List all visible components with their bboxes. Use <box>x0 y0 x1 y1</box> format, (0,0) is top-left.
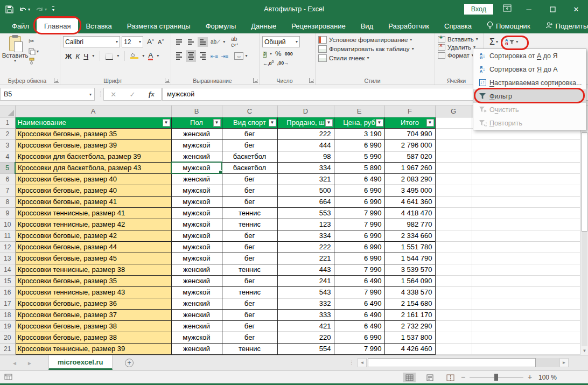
cell[interactable]: 241 <box>277 275 334 286</box>
empty-cell[interactable] <box>435 230 472 241</box>
cell[interactable]: бег <box>222 173 277 185</box>
empty-cell[interactable] <box>435 343 472 354</box>
cell[interactable]: бег <box>222 320 277 332</box>
autofilter-dropdown-icon[interactable]: ▼ <box>376 119 383 127</box>
cell[interactable]: 333 <box>277 309 334 320</box>
underline-button[interactable]: Ч <box>83 52 88 60</box>
menu-item-sort-az[interactable]: АЯ↓Сортировка от А до Я <box>473 49 586 62</box>
tab-review[interactable]: Рецензирование <box>284 18 353 33</box>
cell[interactable]: женский <box>171 309 222 320</box>
column-header-b[interactable]: B <box>171 106 222 117</box>
row-header-18[interactable]: 18 <box>0 309 15 320</box>
column-header-e[interactable]: E <box>334 106 384 117</box>
tab-view[interactable]: Вид <box>353 18 381 33</box>
cell[interactable]: бег <box>222 230 277 241</box>
cell[interactable]: 6 990 <box>334 332 384 343</box>
empty-cell[interactable] <box>472 286 580 298</box>
orientation-icon[interactable]: ab⟋ <box>211 39 220 45</box>
row-header-9[interactable]: 9 <box>0 207 15 219</box>
empty-cell[interactable] <box>435 173 472 185</box>
cell[interactable]: бег <box>222 241 277 253</box>
empty-cell[interactable] <box>435 264 472 275</box>
cell[interactable]: Кроссовки теннисные, размер 41 <box>15 207 171 219</box>
cell[interactable]: женский <box>171 343 222 354</box>
row-header-21[interactable]: 21 <box>0 343 15 354</box>
cell[interactable]: мужской <box>171 196 222 207</box>
empty-cell[interactable] <box>472 151 580 162</box>
undo-button[interactable]: ▾ <box>19 6 30 13</box>
page-break-view-icon[interactable] <box>444 373 457 382</box>
empty-cell[interactable] <box>472 253 580 264</box>
selected-cell[interactable]: мужской <box>171 162 222 173</box>
cell[interactable]: 6 990 <box>334 185 384 196</box>
cell[interactable]: 443 <box>277 264 334 275</box>
copy-button[interactable]: ▾ <box>29 48 45 55</box>
empty-cell[interactable] <box>435 128 472 139</box>
cell[interactable]: мужской <box>171 139 222 151</box>
shrink-font-icon[interactable]: A˅ <box>158 38 164 45</box>
cell[interactable]: 421 <box>277 320 334 332</box>
sign-in-button[interactable]: Вход <box>464 4 493 15</box>
increase-decimal-icon[interactable]: ←,00 <box>263 59 274 66</box>
cell[interactable]: 3 190 <box>334 128 384 139</box>
menu-item-sort-za[interactable]: ЯА↓Сортировка от Я до А <box>473 62 586 76</box>
row-header-5[interactable]: 5 <box>0 162 15 173</box>
empty-cell[interactable] <box>472 230 580 241</box>
align-center-icon[interactable] <box>186 50 196 62</box>
page-layout-view-icon[interactable] <box>423 373 436 382</box>
normal-view-icon[interactable] <box>403 373 416 382</box>
empty-cell[interactable] <box>472 139 580 151</box>
empty-cell[interactable] <box>472 298 580 309</box>
cell[interactable]: 704 990 <box>384 128 435 139</box>
tab-developer[interactable]: Разработчик <box>381 18 437 33</box>
tab-formulas[interactable]: Формулы <box>198 18 244 33</box>
cell[interactable]: Кроссовки теннисные, размер 43 <box>15 286 171 298</box>
paste-button[interactable]: Вставить ▾ <box>2 35 29 76</box>
cell[interactable]: 334 <box>277 162 334 173</box>
zoom-level[interactable]: 100 % <box>538 374 557 381</box>
vertical-scrollbar-thumb[interactable] <box>582 132 587 232</box>
empty-cell[interactable] <box>435 298 472 309</box>
row-header-14[interactable]: 14 <box>0 264 15 275</box>
row-header-11[interactable]: 11 <box>0 230 15 241</box>
cell[interactable]: 1 537 800 <box>384 332 435 343</box>
cell[interactable]: 334 <box>277 230 334 241</box>
cell[interactable]: 2 161 170 <box>384 309 435 320</box>
row-header-8[interactable]: 8 <box>0 196 15 207</box>
tab-home[interactable]: Главная <box>37 18 78 33</box>
tab-splitter[interactable]: ⋮ <box>349 360 354 366</box>
cell[interactable]: женский <box>171 275 222 286</box>
cell[interactable]: 7 990 <box>334 219 384 230</box>
cell[interactable]: 222 <box>277 241 334 253</box>
cell[interactable]: женский <box>171 173 222 185</box>
increase-indent-icon[interactable]: ⇥≡ <box>221 53 228 59</box>
cell[interactable]: 1 551 780 <box>384 241 435 253</box>
cell[interactable]: 4 338 570 <box>384 286 435 298</box>
cell[interactable]: бег <box>222 332 277 343</box>
row-header-15[interactable]: 15 <box>0 275 15 286</box>
cell[interactable]: 4 418 470 <box>384 207 435 219</box>
empty-cell[interactable] <box>435 196 472 207</box>
column-header-f[interactable]: F <box>384 106 435 117</box>
cell[interactable]: мужской <box>171 253 222 264</box>
clipboard-dialog-launcher-icon[interactable] <box>54 78 59 83</box>
maximize-button[interactable] <box>541 0 564 18</box>
empty-cell[interactable] <box>435 151 472 162</box>
zoom-slider-thumb[interactable] <box>494 374 498 381</box>
cell[interactable]: мужской <box>171 286 222 298</box>
cell[interactable]: 2 154 680 <box>384 298 435 309</box>
number-format-combo[interactable]: Общий▾ <box>262 36 300 47</box>
row-header-1[interactable]: 1 <box>0 117 15 128</box>
autofilter-dropdown-icon[interactable]: ▼ <box>426 119 434 127</box>
cell[interactable]: 6 990 <box>334 196 384 207</box>
column-header-g[interactable]: G <box>435 106 472 117</box>
row-header-16[interactable]: 16 <box>0 286 15 298</box>
tab-file[interactable]: Файл <box>4 18 37 33</box>
cell[interactable]: 2 796 000 <box>384 139 435 151</box>
cell[interactable]: 5 890 <box>334 162 384 173</box>
cell[interactable]: бег <box>222 185 277 196</box>
cell[interactable]: женский <box>171 298 222 309</box>
ribbon-display-options-icon[interactable] <box>503 4 512 14</box>
empty-cell[interactable] <box>435 185 472 196</box>
formula-bar-splitter[interactable]: ⋮ <box>97 90 103 97</box>
